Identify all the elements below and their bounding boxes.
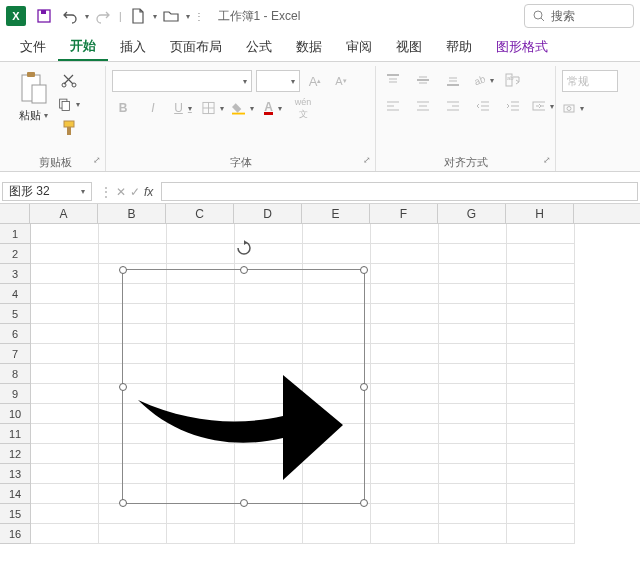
row-header[interactable]: 2 [0,244,30,264]
name-box-dropdown-icon[interactable]: ▾ [81,187,85,196]
cell[interactable] [31,224,99,244]
decrease-font-icon[interactable]: A▾ [330,71,352,91]
cell[interactable] [31,364,99,384]
row-header[interactable]: 12 [0,444,30,464]
row-header[interactable]: 7 [0,344,30,364]
cell[interactable] [507,404,575,424]
cell[interactable] [371,364,439,384]
cell[interactable] [31,404,99,424]
cell[interactable] [439,324,507,344]
row-header[interactable]: 1 [0,224,30,244]
cell[interactable] [235,524,303,544]
tab-home[interactable]: 开始 [58,33,108,61]
row-header[interactable]: 16 [0,524,30,544]
col-header[interactable]: E [302,204,370,223]
cell[interactable] [167,504,235,524]
cell[interactable] [99,224,167,244]
cell[interactable] [507,244,575,264]
col-header[interactable]: F [370,204,438,223]
resize-handle-nw[interactable] [119,266,127,274]
cell[interactable] [371,244,439,264]
row-header[interactable]: 6 [0,324,30,344]
font-size-combo[interactable]: ▾ [256,70,300,92]
phonetic-icon[interactable]: wén文 [292,98,314,118]
cell[interactable] [167,224,235,244]
cell[interactable] [439,524,507,544]
cell[interactable] [31,424,99,444]
cell-grid[interactable] [31,224,640,544]
undo-icon[interactable] [58,4,82,28]
decrease-indent-icon[interactable] [472,96,494,116]
cell[interactable] [507,344,575,364]
cell[interactable] [371,464,439,484]
resize-handle-w[interactable] [119,383,127,391]
qat-customize-icon[interactable]: ⋮ [192,4,206,28]
cell[interactable] [507,324,575,344]
cell[interactable] [31,244,99,264]
align-middle-icon[interactable] [412,70,434,90]
cell[interactable] [507,484,575,504]
clipboard-launcher-icon[interactable]: ⤢ [93,151,101,169]
fill-color-icon[interactable]: ▾ [232,98,254,118]
cell[interactable] [439,444,507,464]
col-header[interactable]: C [166,204,234,223]
cell[interactable] [371,384,439,404]
col-header[interactable]: B [98,204,166,223]
alignment-launcher-icon[interactable]: ⤢ [543,151,551,169]
cell[interactable] [439,424,507,444]
col-header[interactable]: H [506,204,574,223]
cell[interactable] [507,384,575,404]
align-left-icon[interactable] [382,96,404,116]
copy-icon[interactable]: ▾ [58,94,80,114]
new-file-icon[interactable] [126,4,150,28]
fx-icon[interactable]: fx [144,185,153,199]
resize-handle-n[interactable] [240,266,248,274]
align-bottom-icon[interactable] [442,70,464,90]
number-format-combo[interactable]: 常规 [562,70,618,92]
row-header[interactable]: 4 [0,284,30,304]
save-icon[interactable] [32,4,56,28]
wrap-text-icon[interactable]: ab [502,70,524,90]
new-file-dropdown-icon[interactable]: ▾ [153,12,157,21]
cell[interactable] [439,304,507,324]
cell[interactable] [31,524,99,544]
cell[interactable] [371,444,439,464]
border-icon[interactable]: ▾ [202,98,224,118]
cell[interactable] [507,424,575,444]
cell[interactable] [507,264,575,284]
cell[interactable] [303,524,371,544]
cell[interactable] [371,424,439,444]
cell[interactable] [371,264,439,284]
cell[interactable] [507,524,575,544]
row-header[interactable]: 9 [0,384,30,404]
tab-page-layout[interactable]: 页面布局 [158,34,234,60]
cell[interactable] [371,324,439,344]
cell[interactable] [439,364,507,384]
cell[interactable] [31,304,99,324]
cell[interactable] [31,284,99,304]
formula-input[interactable] [161,182,638,201]
cell[interactable] [31,384,99,404]
cell[interactable] [31,324,99,344]
align-center-icon[interactable] [412,96,434,116]
cell[interactable] [31,484,99,504]
cell[interactable] [371,344,439,364]
italic-icon[interactable]: I [142,98,164,118]
shape-selection-box[interactable] [122,269,365,504]
tab-formulas[interactable]: 公式 [234,34,284,60]
col-header[interactable]: G [438,204,506,223]
tab-view[interactable]: 视图 [384,34,434,60]
font-color-icon[interactable]: A▾ [262,98,284,118]
row-header[interactable]: 11 [0,424,30,444]
cell[interactable] [235,504,303,524]
row-header[interactable]: 15 [0,504,30,524]
paste-button[interactable]: 粘贴▾ [12,70,54,123]
cell[interactable] [31,504,99,524]
cell[interactable] [507,224,575,244]
cell[interactable] [439,264,507,284]
cell[interactable] [303,224,371,244]
cell[interactable] [31,264,99,284]
cell[interactable] [507,304,575,324]
cell[interactable] [439,224,507,244]
tab-help[interactable]: 帮助 [434,34,484,60]
